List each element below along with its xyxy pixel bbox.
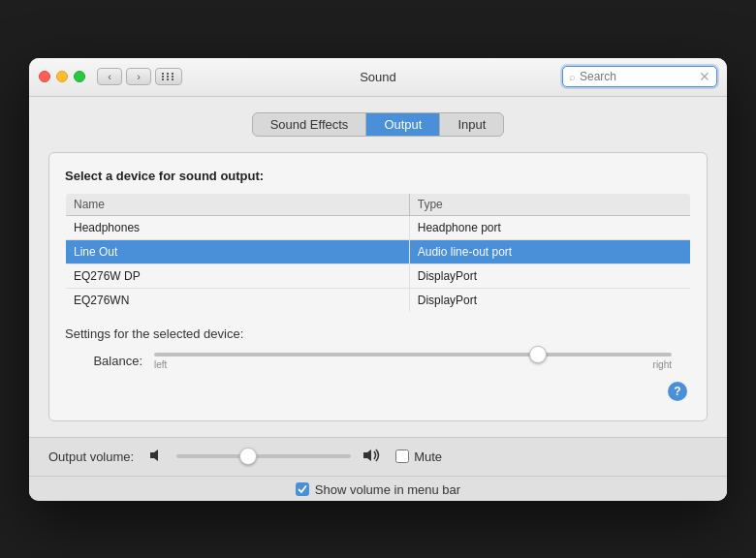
tab-group-container: Sound Effects Output Input <box>48 112 708 137</box>
window-title: Sound <box>360 70 396 84</box>
help-button[interactable]: ? <box>668 382 687 401</box>
tab-output[interactable]: Output <box>366 113 440 136</box>
device-type: Headphone port <box>409 215 690 239</box>
forward-icon: › <box>137 71 141 82</box>
balance-slider[interactable] <box>154 353 672 356</box>
svg-marker-1 <box>363 450 371 461</box>
main-content: Sound Effects Output Input Select a devi… <box>29 97 727 437</box>
device-table: Name Type Headphones Headphone port Line… <box>65 193 691 313</box>
search-clear-button[interactable]: ✕ <box>699 69 710 84</box>
table-row[interactable]: EQ276WN DisplayPort <box>66 288 691 312</box>
table-row[interactable]: Headphones Headphone port <box>66 215 691 239</box>
minimize-button[interactable] <box>56 71 68 82</box>
device-type: DisplayPort <box>409 264 690 288</box>
volume-high-icon <box>362 448 384 466</box>
balance-slider-container: left right <box>154 353 672 370</box>
balance-labels: left right <box>154 359 672 370</box>
balance-label: Balance: <box>84 354 142 368</box>
titlebar: ‹ › Sound ⌕ ✕ <box>29 58 727 97</box>
section-title: Select a device for sound output: <box>65 169 691 183</box>
balance-right-label: right <box>653 359 672 370</box>
checkmark-icon <box>298 484 307 494</box>
device-type: DisplayPort <box>409 288 690 312</box>
balance-left-label: left <box>154 359 167 370</box>
volume-low-icon <box>149 448 165 466</box>
table-row[interactable]: EQ276W DP DisplayPort <box>66 264 691 288</box>
device-name: Line Out <box>66 239 410 264</box>
search-icon: ⌕ <box>569 71 576 82</box>
traffic-lights <box>39 71 85 82</box>
col-header-type: Type <box>409 193 690 215</box>
maximize-button[interactable] <box>74 71 85 82</box>
search-input[interactable] <box>580 70 695 83</box>
nav-buttons: ‹ › <box>97 68 151 85</box>
back-button[interactable]: ‹ <box>97 68 122 85</box>
tab-sound-effects[interactable]: Sound Effects <box>253 113 367 136</box>
grid-icon <box>162 73 175 80</box>
grid-button[interactable] <box>155 68 182 85</box>
search-box: ⌕ ✕ <box>562 66 717 87</box>
svg-marker-0 <box>150 450 158 461</box>
back-icon: ‹ <box>108 71 111 82</box>
help-row: ? <box>65 378 691 401</box>
show-volume-checkbox[interactable] <box>296 482 309 496</box>
mute-checkbox-label[interactable]: Mute <box>395 450 442 464</box>
output-volume-label: Output volume: <box>48 450 134 464</box>
show-volume-label: Show volume in menu bar <box>315 482 460 497</box>
mute-checkbox[interactable] <box>395 450 409 463</box>
main-window: ‹ › Sound ⌕ ✕ Sound Effects Output <box>29 58 727 501</box>
balance-row: Balance: left right <box>65 353 691 370</box>
settings-label: Settings for the selected device: <box>65 326 691 341</box>
device-name: EQ276WN <box>66 288 410 312</box>
device-name: EQ276W DP <box>66 264 410 288</box>
col-header-name: Name <box>66 193 410 215</box>
tab-group: Sound Effects Output Input <box>252 112 505 137</box>
forward-button[interactable]: › <box>126 68 151 85</box>
output-volume-slider[interactable] <box>176 454 351 458</box>
device-type: Audio line-out port <box>409 239 690 264</box>
close-button[interactable] <box>39 71 50 82</box>
inner-panel: Select a device for sound output: Name T… <box>48 152 708 421</box>
output-volume-bar: Output volume: Mute <box>29 437 727 476</box>
table-row[interactable]: Line Out Audio line-out port <box>66 239 691 264</box>
mute-label: Mute <box>414 450 442 464</box>
tab-input[interactable]: Input <box>440 113 503 136</box>
device-name: Headphones <box>66 215 410 239</box>
show-volume-row: Show volume in menu bar <box>29 476 727 501</box>
